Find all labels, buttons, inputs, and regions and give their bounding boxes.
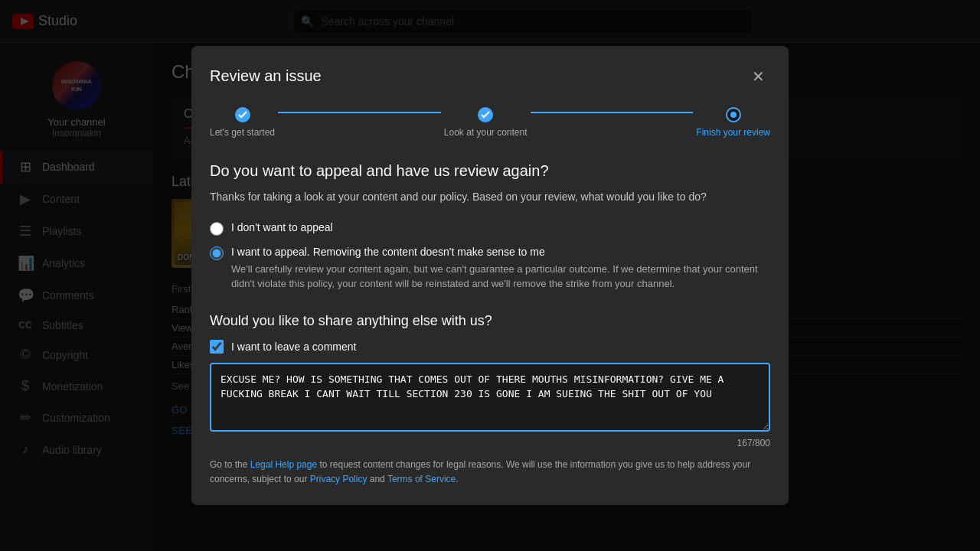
char-count: 167/800 bbox=[210, 438, 770, 448]
radio-no-appeal[interactable] bbox=[210, 222, 224, 236]
radio-appeal-desc: We'll carefully review your content agai… bbox=[231, 262, 770, 292]
step-1: Let's get started bbox=[210, 107, 275, 138]
step-2-label: Look at your content bbox=[444, 127, 528, 138]
radio-appeal[interactable] bbox=[210, 246, 224, 260]
checkbox-row: I want to leave a comment bbox=[210, 340, 770, 354]
comment-textarea[interactable]: EXCUSE ME? HOW IS SOMETHING THAT COMES O… bbox=[210, 363, 770, 432]
step-1-label: Let's get started bbox=[210, 127, 275, 138]
step-3: Finish your review bbox=[696, 107, 770, 138]
share-question: Would you like to share anything else wi… bbox=[210, 313, 770, 329]
step-3-label: Finish your review bbox=[696, 127, 770, 138]
step-2-check-icon bbox=[481, 111, 490, 119]
step-2: Look at your content bbox=[444, 107, 528, 138]
step-connector-1 bbox=[278, 112, 441, 113]
step-connector-2 bbox=[531, 112, 694, 113]
close-button[interactable]: ✕ bbox=[746, 64, 770, 89]
legal-help-link[interactable]: Legal Help page bbox=[250, 459, 317, 470]
modal-overlay: Review an issue ✕ Let's get started Look… bbox=[0, 0, 980, 551]
step-1-circle bbox=[235, 107, 250, 122]
dialog-title: Review an issue bbox=[210, 67, 322, 85]
appeal-sub-text: Thanks for taking a look at your content… bbox=[210, 189, 770, 205]
radio-group: I don't want to appeal I want to appeal.… bbox=[210, 220, 770, 292]
leave-comment-label: I want to leave a comment bbox=[231, 341, 356, 353]
legal-text: Go to the Legal Help page to request con… bbox=[210, 458, 770, 487]
terms-of-service-link[interactable]: Terms of Service bbox=[387, 474, 456, 484]
step-2-circle bbox=[478, 107, 493, 122]
legal-suffix: . bbox=[456, 474, 458, 484]
appeal-question: Do you want to appeal and have us review… bbox=[210, 162, 770, 180]
progress-steps: Let's get started Look at your content F… bbox=[210, 107, 770, 138]
radio-item-no-appeal[interactable]: I don't want to appeal bbox=[210, 220, 770, 236]
radio-no-appeal-label: I don't want to appeal bbox=[231, 221, 333, 233]
radio-appeal-label: I want to appeal. Removing the content d… bbox=[231, 246, 545, 258]
review-dialog: Review an issue ✕ Let's get started Look… bbox=[191, 46, 789, 505]
step-3-circle bbox=[726, 107, 741, 122]
step-1-check-icon bbox=[238, 111, 247, 119]
legal-and: and bbox=[367, 474, 387, 484]
leave-comment-checkbox[interactable] bbox=[210, 340, 224, 354]
dialog-header: Review an issue ✕ bbox=[210, 64, 770, 89]
privacy-policy-link[interactable]: Privacy Policy bbox=[310, 474, 368, 484]
legal-prefix: Go to the bbox=[210, 459, 250, 470]
radio-item-appeal[interactable]: I want to appeal. Removing the content d… bbox=[210, 245, 770, 292]
